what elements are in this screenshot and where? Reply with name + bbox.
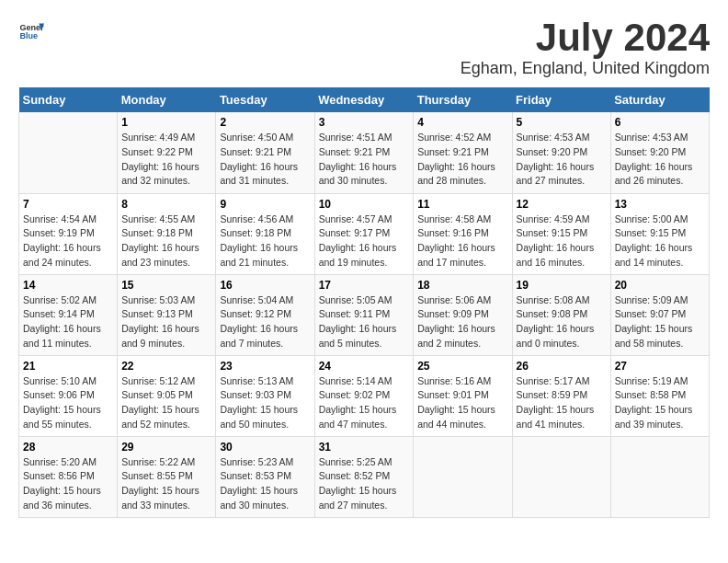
day-info: Sunrise: 4:57 AMSunset: 9:17 PMDaylight:… (319, 213, 397, 268)
calendar-cell: 8 Sunrise: 4:55 AMSunset: 9:18 PMDayligh… (118, 193, 216, 274)
calendar-cell: 2 Sunrise: 4:50 AMSunset: 9:21 PMDayligh… (216, 112, 314, 193)
day-number: 19 (517, 279, 607, 292)
calendar-week-row: 21 Sunrise: 5:10 AMSunset: 9:06 PMDaylig… (19, 355, 710, 436)
calendar-cell: 6 Sunrise: 4:53 AMSunset: 9:20 PMDayligh… (610, 112, 709, 193)
calendar-cell: 13 Sunrise: 5:00 AMSunset: 9:15 PMDaylig… (610, 193, 709, 274)
page-header: General Blue July 2024 Egham, England, U… (18, 18, 710, 78)
calendar-cell: 30 Sunrise: 5:23 AMSunset: 8:53 PMDaylig… (216, 436, 314, 517)
calendar-cell: 29 Sunrise: 5:22 AMSunset: 8:55 PMDaylig… (118, 436, 216, 517)
calendar-cell: 19 Sunrise: 5:08 AMSunset: 9:08 PMDaylig… (512, 274, 610, 355)
col-monday: Monday (118, 87, 216, 112)
day-number: 4 (417, 116, 507, 129)
day-number: 14 (23, 279, 113, 292)
col-tuesday: Tuesday (216, 87, 314, 112)
day-number: 30 (220, 441, 310, 454)
day-info: Sunrise: 5:06 AMSunset: 9:09 PMDaylight:… (417, 294, 495, 349)
day-info: Sunrise: 5:02 AMSunset: 9:14 PMDaylight:… (23, 294, 101, 349)
day-number: 17 (319, 279, 410, 292)
calendar-cell: 20 Sunrise: 5:09 AMSunset: 9:07 PMDaylig… (610, 274, 709, 355)
day-number: 31 (319, 441, 410, 454)
day-info: Sunrise: 5:19 AMSunset: 8:58 PMDaylight:… (615, 375, 693, 430)
calendar-cell: 27 Sunrise: 5:19 AMSunset: 8:58 PMDaylig… (610, 355, 709, 436)
day-info: Sunrise: 4:53 AMSunset: 9:20 PMDaylight:… (615, 132, 693, 186)
calendar-cell (512, 436, 610, 517)
day-info: Sunrise: 4:59 AMSunset: 9:15 PMDaylight:… (517, 213, 595, 268)
calendar-cell: 24 Sunrise: 5:14 AMSunset: 9:02 PMDaylig… (314, 355, 414, 436)
day-number: 12 (517, 198, 607, 211)
logo: General Blue (18, 18, 44, 44)
day-number: 13 (615, 198, 705, 211)
day-number: 7 (23, 198, 113, 211)
day-number: 8 (121, 198, 211, 211)
day-info: Sunrise: 5:09 AMSunset: 9:07 PMDaylight:… (615, 294, 693, 349)
day-number: 23 (220, 360, 310, 373)
day-number: 1 (121, 116, 211, 129)
calendar-cell: 28 Sunrise: 5:20 AMSunset: 8:56 PMDaylig… (19, 436, 118, 517)
day-info: Sunrise: 5:05 AMSunset: 9:11 PMDaylight:… (319, 294, 397, 349)
day-number: 3 (319, 116, 410, 129)
day-info: Sunrise: 5:04 AMSunset: 9:12 PMDaylight:… (220, 294, 298, 349)
day-number: 6 (615, 116, 705, 129)
calendar-cell: 15 Sunrise: 5:03 AMSunset: 9:13 PMDaylig… (118, 274, 216, 355)
day-info: Sunrise: 5:25 AMSunset: 8:52 PMDaylight:… (319, 456, 397, 511)
day-info: Sunrise: 5:23 AMSunset: 8:53 PMDaylight:… (220, 456, 298, 511)
calendar-cell: 26 Sunrise: 5:17 AMSunset: 8:59 PMDaylig… (512, 355, 610, 436)
day-number: 24 (319, 360, 410, 373)
day-number: 22 (121, 360, 211, 373)
title-block: July 2024 Egham, England, United Kingdom (461, 18, 710, 78)
day-info: Sunrise: 5:00 AMSunset: 9:15 PMDaylight:… (615, 213, 693, 268)
calendar-cell: 10 Sunrise: 4:57 AMSunset: 9:17 PMDaylig… (314, 193, 414, 274)
day-number: 20 (615, 279, 705, 292)
month-title: July 2024 (461, 18, 710, 57)
calendar-cell (19, 112, 118, 193)
calendar-cell: 31 Sunrise: 5:25 AMSunset: 8:52 PMDaylig… (314, 436, 414, 517)
calendar-cell: 3 Sunrise: 4:51 AMSunset: 9:21 PMDayligh… (314, 112, 414, 193)
day-info: Sunrise: 5:14 AMSunset: 9:02 PMDaylight:… (319, 375, 397, 430)
calendar-cell: 4 Sunrise: 4:52 AMSunset: 9:21 PMDayligh… (414, 112, 512, 193)
calendar-cell: 17 Sunrise: 5:05 AMSunset: 9:11 PMDaylig… (314, 274, 414, 355)
day-info: Sunrise: 4:54 AMSunset: 9:19 PMDaylight:… (23, 213, 101, 268)
logo-icon: General Blue (18, 18, 44, 44)
calendar-cell: 14 Sunrise: 5:02 AMSunset: 9:14 PMDaylig… (19, 274, 118, 355)
calendar-cell: 23 Sunrise: 5:13 AMSunset: 9:03 PMDaylig… (216, 355, 314, 436)
calendar-cell: 12 Sunrise: 4:59 AMSunset: 9:15 PMDaylig… (512, 193, 610, 274)
calendar-cell (414, 436, 512, 517)
calendar-week-row: 1 Sunrise: 4:49 AMSunset: 9:22 PMDayligh… (19, 112, 710, 193)
day-number: 21 (23, 360, 113, 373)
day-info: Sunrise: 4:58 AMSunset: 9:16 PMDaylight:… (417, 213, 495, 268)
day-info: Sunrise: 5:16 AMSunset: 9:01 PMDaylight:… (417, 375, 495, 430)
calendar-cell (610, 436, 709, 517)
day-info: Sunrise: 4:51 AMSunset: 9:21 PMDaylight:… (319, 132, 397, 186)
day-number: 18 (417, 279, 507, 292)
day-info: Sunrise: 4:50 AMSunset: 9:21 PMDaylight:… (220, 132, 298, 186)
day-number: 9 (220, 198, 310, 211)
calendar-week-row: 28 Sunrise: 5:20 AMSunset: 8:56 PMDaylig… (19, 436, 710, 517)
col-sunday: Sunday (19, 87, 118, 112)
day-info: Sunrise: 5:13 AMSunset: 9:03 PMDaylight:… (220, 375, 298, 430)
day-info: Sunrise: 4:55 AMSunset: 9:18 PMDaylight:… (121, 213, 199, 268)
day-number: 29 (121, 441, 211, 454)
day-number: 25 (417, 360, 507, 373)
calendar-cell: 18 Sunrise: 5:06 AMSunset: 9:09 PMDaylig… (414, 274, 512, 355)
day-info: Sunrise: 5:03 AMSunset: 9:13 PMDaylight:… (121, 294, 199, 349)
day-number: 15 (121, 279, 211, 292)
day-info: Sunrise: 4:53 AMSunset: 9:20 PMDaylight:… (517, 132, 595, 186)
day-info: Sunrise: 5:10 AMSunset: 9:06 PMDaylight:… (23, 375, 101, 430)
calendar-cell: 25 Sunrise: 5:16 AMSunset: 9:01 PMDaylig… (414, 355, 512, 436)
day-info: Sunrise: 4:49 AMSunset: 9:22 PMDaylight:… (121, 132, 199, 186)
col-friday: Friday (512, 87, 610, 112)
svg-text:Blue: Blue (19, 31, 38, 40)
calendar-cell: 9 Sunrise: 4:56 AMSunset: 9:18 PMDayligh… (216, 193, 314, 274)
day-info: Sunrise: 5:08 AMSunset: 9:08 PMDaylight:… (517, 294, 595, 349)
day-number: 16 (220, 279, 310, 292)
day-info: Sunrise: 5:12 AMSunset: 9:05 PMDaylight:… (121, 375, 199, 430)
location-title: Egham, England, United Kingdom (461, 59, 710, 78)
day-info: Sunrise: 4:52 AMSunset: 9:21 PMDaylight:… (417, 132, 495, 186)
day-number: 10 (319, 198, 410, 211)
calendar-cell: 5 Sunrise: 4:53 AMSunset: 9:20 PMDayligh… (512, 112, 610, 193)
day-info: Sunrise: 5:22 AMSunset: 8:55 PMDaylight:… (121, 456, 199, 511)
day-info: Sunrise: 5:17 AMSunset: 8:59 PMDaylight:… (517, 375, 595, 430)
day-number: 26 (517, 360, 607, 373)
calendar-header-row: Sunday Monday Tuesday Wednesday Thursday… (19, 87, 710, 112)
day-number: 27 (615, 360, 705, 373)
